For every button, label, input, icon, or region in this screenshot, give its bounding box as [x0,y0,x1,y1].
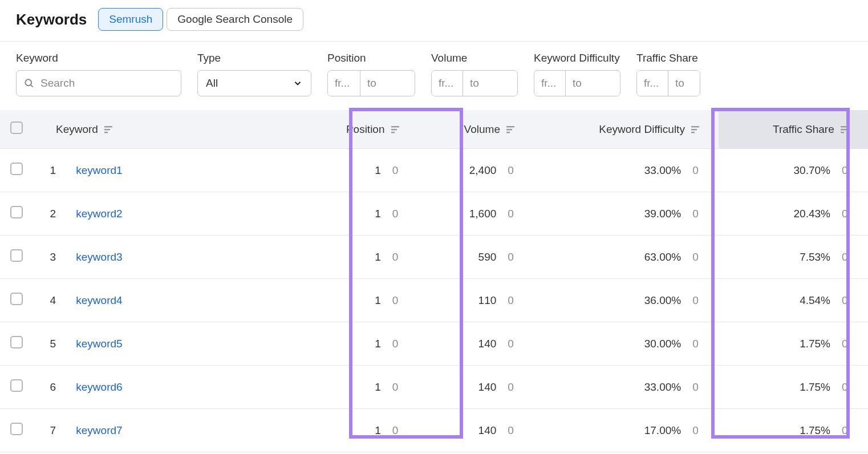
header-position[interactable]: Position [302,110,419,149]
svg-rect-10 [506,132,510,133]
row-checkbox[interactable] [10,163,23,175]
kd-value: 39.00% [638,208,681,220]
position-from-input[interactable] [328,71,360,96]
keyword-link[interactable]: keyword4 [76,294,122,306]
volume-value: 110 [462,294,496,307]
volume-delta: 0 [508,338,516,350]
volume-delta: 0 [508,208,516,220]
svg-rect-12 [691,129,697,130]
ts-from-input[interactable] [637,71,668,96]
filter-type-label: Type [197,52,311,64]
position-delta: 0 [392,381,400,394]
kd-value: 36.00% [638,294,681,307]
position-to-input[interactable] [360,71,415,96]
sort-icon [391,125,400,133]
select-all-checkbox[interactable] [10,121,23,134]
volume-to-input[interactable] [463,71,517,96]
tab-semrush[interactable]: Semrush [98,8,163,31]
filters-row: Keyword Type All Position Volume [0,42,868,110]
filter-kd: Keyword Difficulty [534,52,620,96]
svg-rect-15 [841,129,846,130]
volume-value: 1,600 [462,208,496,220]
keyword-link[interactable]: keyword6 [76,381,122,393]
position-delta: 0 [392,208,400,220]
header-volume[interactable]: Volume [419,110,534,149]
position-delta: 0 [392,251,400,264]
table-header-row: Keyword Position Volume Keyword Difficul… [0,110,868,149]
keyword-search-input[interactable] [40,77,176,90]
volume-delta: 0 [508,424,516,437]
ts-to-input[interactable] [668,71,700,96]
ts-value: 20.43% [787,208,830,220]
svg-rect-9 [506,129,512,130]
svg-rect-2 [104,126,112,127]
filter-keyword-label: Keyword [16,52,181,64]
kd-delta: 0 [692,208,700,220]
ts-value: 1.75% [787,424,830,437]
header-select-all[interactable] [0,110,29,149]
volume-value: 2,400 [462,164,496,177]
sort-icon [104,125,113,133]
kd-range [534,70,620,96]
sort-icon [841,125,850,133]
volume-range [431,70,518,96]
type-select[interactable]: All [197,70,311,96]
filter-volume: Volume [431,52,518,96]
position-delta: 0 [392,164,400,177]
volume-from-input[interactable] [432,71,463,96]
kd-value: 33.00% [638,381,681,394]
kd-value: 33.00% [638,164,681,177]
position-delta: 0 [392,424,400,437]
header-volume-label: Volume [464,123,500,135]
kd-value: 63.00% [638,251,681,264]
keyword-link[interactable]: keyword7 [76,424,122,436]
kd-to-input[interactable] [566,71,620,96]
header-kd[interactable]: Keyword Difficulty [534,110,719,149]
keyword-search-wrap[interactable] [16,70,181,96]
keyword-link[interactable]: keyword2 [76,208,122,220]
svg-rect-11 [691,126,699,127]
row-checkbox[interactable] [10,293,23,305]
filter-volume-label: Volume [431,52,518,64]
position-value: 1 [373,338,381,350]
sort-icon [691,125,700,133]
kd-from-input[interactable] [534,71,566,96]
table-row: 6 keyword6 10 1400 33.00%0 1.75%0 [0,366,868,409]
position-value: 1 [373,294,381,307]
position-delta: 0 [392,294,400,307]
ts-delta: 0 [842,164,850,177]
kd-delta: 0 [692,424,700,437]
header-ts[interactable]: Traffic Share [719,110,868,149]
row-checkbox[interactable] [10,249,23,262]
ts-delta: 0 [842,294,850,307]
volume-value: 140 [462,381,496,394]
svg-rect-3 [104,129,110,130]
row-index: 7 [36,424,56,437]
kd-delta: 0 [692,251,700,264]
kd-delta: 0 [692,338,700,350]
ts-value: 4.54% [787,294,830,307]
ts-value: 1.75% [787,338,830,350]
keyword-link[interactable]: keyword5 [76,338,122,350]
svg-rect-13 [691,132,695,133]
row-checkbox[interactable] [10,379,23,392]
row-index: 3 [36,251,56,264]
keyword-link[interactable]: keyword3 [76,251,122,263]
header-keyword[interactable]: Keyword [29,110,302,149]
row-index: 5 [36,338,56,350]
row-checkbox[interactable] [10,423,23,435]
table-row: 5 keyword5 10 1400 30.00%0 1.75%0 [0,322,868,366]
header-ts-label: Traffic Share [773,123,834,135]
ts-range [636,70,700,96]
row-checkbox[interactable] [10,336,23,348]
keyword-link[interactable]: keyword1 [76,164,122,176]
sort-icon [506,125,516,133]
svg-rect-6 [391,129,397,130]
source-tabs: Semrush Google Search Console [98,8,303,31]
tab-google-search-console[interactable]: Google Search Console [167,8,303,31]
ts-value: 7.53% [787,251,830,264]
keywords-table-wrap: Keyword Position Volume Keyword Difficul… [0,110,868,452]
row-checkbox[interactable] [10,206,23,218]
kd-value: 17.00% [638,424,681,437]
table-row: 1 keyword1 10 2,4000 33.00%0 30.70%0 [0,149,868,192]
